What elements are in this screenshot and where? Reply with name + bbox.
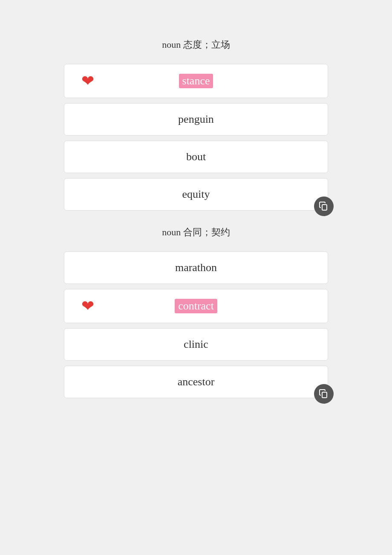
main-container: noun 态度；立场❤stancepenguinboutequity noun … [64, 26, 328, 401]
word-card-card-stance[interactable]: ❤stance [64, 64, 328, 98]
svg-rect-0 [322, 205, 327, 210]
word-card-card-bout[interactable]: bout [64, 141, 328, 173]
copy-button[interactable] [314, 197, 334, 216]
word-text: ancestor [178, 376, 215, 388]
word-card-card-contract[interactable]: ❤contract [64, 289, 328, 323]
heart-icon: ❤ [81, 73, 94, 89]
copy-button[interactable] [314, 384, 334, 404]
section-header-0: noun 态度；立场 [64, 29, 328, 61]
word-card-card-clinic[interactable]: clinic [64, 328, 328, 361]
word-text: contract [175, 299, 217, 313]
word-card-card-penguin[interactable]: penguin [64, 103, 328, 136]
word-text: bout [186, 150, 206, 163]
heart-icon: ❤ [81, 298, 94, 314]
word-text: marathon [175, 261, 217, 274]
word-text: stance [179, 74, 213, 88]
word-card-card-marathon[interactable]: marathon [64, 251, 328, 284]
word-text: penguin [178, 113, 214, 126]
word-text: equity [182, 188, 210, 201]
section-header-1: noun 合同；契约 [64, 217, 328, 248]
word-text: clinic [184, 338, 208, 351]
word-card-card-equity[interactable]: equity [64, 178, 328, 211]
word-card-card-ancestor[interactable]: ancestor [64, 366, 328, 398]
svg-rect-1 [322, 392, 327, 398]
